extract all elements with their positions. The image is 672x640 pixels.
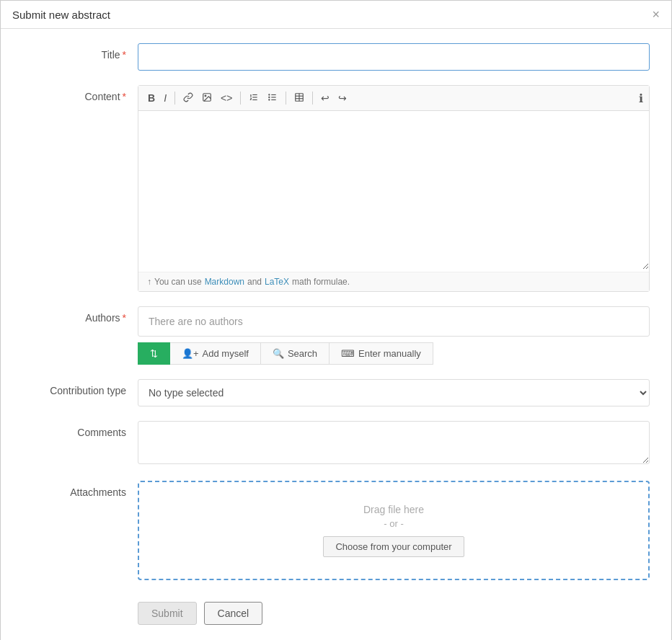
comments-row: Comments: [22, 421, 650, 466]
editor-toolbar: B I <>: [138, 86, 649, 111]
hint-text: You can use: [154, 277, 202, 287]
content-required: *: [123, 91, 126, 102]
title-field-container: [138, 43, 650, 71]
table-button[interactable]: [291, 90, 308, 106]
sort-authors-button[interactable]: ⇅: [138, 342, 170, 365]
markdown-link[interactable]: Markdown: [205, 277, 244, 287]
submit-button[interactable]: Submit: [138, 602, 197, 625]
attachments-label: Attachments: [22, 481, 138, 498]
modal-body: Title* Content* B I: [1, 29, 671, 640]
authors-label: Authors*: [22, 306, 138, 324]
enter-manually-button[interactable]: ⌨ Enter manually: [330, 342, 433, 365]
authors-row: Authors* There are no authors ⇅ 👤+ Add m…: [22, 306, 650, 365]
rich-editor: B I <>: [138, 85, 650, 292]
undo-button[interactable]: ↩: [317, 91, 333, 105]
italic-button[interactable]: I: [160, 91, 170, 105]
attachments-container: Drag file here - or - Choose from your c…: [138, 481, 650, 580]
drag-text: Drag file here: [154, 504, 634, 515]
submit-abstract-modal: Submit new abstract × Title* Content* B …: [0, 0, 672, 640]
contribution-type-label: Contribution type: [22, 379, 138, 396]
keyboard-icon: ⌨: [341, 348, 355, 359]
choose-file-button[interactable]: Choose from your computer: [323, 536, 464, 557]
add-myself-button[interactable]: 👤+ Add myself: [170, 342, 261, 365]
ordered-list-button[interactable]: [245, 90, 262, 106]
image-button[interactable]: [198, 90, 216, 106]
title-row: Title*: [22, 43, 650, 71]
attachments-row: Attachments Drag file here - or - Choose…: [22, 481, 650, 580]
toolbar-separator-3: [286, 92, 286, 105]
unordered-list-button[interactable]: [264, 90, 281, 106]
file-dropzone[interactable]: Drag file here - or - Choose from your c…: [138, 481, 650, 580]
search-icon: 🔍: [273, 348, 284, 359]
toolbar-separator-4: [312, 92, 313, 105]
contribution-type-select[interactable]: No type selected: [138, 379, 650, 406]
sort-icon: ⇅: [150, 348, 158, 359]
link-button[interactable]: [180, 90, 197, 106]
close-button[interactable]: ×: [652, 8, 660, 21]
hint-suffix: math formulae.: [292, 277, 350, 287]
modal-title: Submit new abstract: [12, 9, 110, 21]
add-person-icon: 👤+: [182, 348, 199, 359]
latex-link[interactable]: LaTeX: [265, 277, 289, 287]
title-required: *: [123, 49, 126, 61]
svg-point-8: [269, 94, 270, 95]
toolbar-separator-2: [240, 92, 241, 105]
title-input[interactable]: [138, 43, 650, 71]
search-authors-button[interactable]: 🔍 Search: [261, 342, 330, 365]
comments-label: Comments: [22, 421, 138, 438]
content-editor[interactable]: [138, 111, 649, 270]
redo-button[interactable]: ↪: [335, 91, 350, 105]
modal-header: Submit new abstract ×: [1, 1, 671, 29]
hint-arrow: ↑: [147, 277, 151, 287]
form-actions: Submit Cancel: [22, 595, 650, 625]
svg-point-10: [269, 99, 270, 100]
bold-button[interactable]: B: [144, 91, 159, 105]
code-button[interactable]: <>: [217, 91, 236, 105]
authors-required: *: [123, 312, 126, 324]
cancel-button[interactable]: Cancel: [204, 602, 263, 625]
authors-empty-box: There are no authors: [138, 306, 650, 337]
content-row: Content* B I <>: [22, 85, 650, 292]
toolbar-separator-1: [174, 92, 175, 105]
contribution-type-container: No type selected: [138, 379, 650, 406]
contribution-type-row: Contribution type No type selected: [22, 379, 650, 406]
info-icon: ℹ: [639, 92, 643, 105]
authors-container: There are no authors ⇅ 👤+ Add myself 🔍 S…: [138, 306, 650, 365]
svg-point-9: [269, 97, 270, 97]
title-label: Title*: [22, 43, 138, 61]
content-label: Content*: [22, 85, 138, 102]
comments-textarea[interactable]: [138, 421, 650, 464]
editor-hint: ↑ You can use Markdown and LaTeX math fo…: [138, 272, 649, 291]
comments-container: [138, 421, 650, 466]
authors-actions: ⇅ 👤+ Add myself 🔍 Search ⌨ Enter manuall…: [138, 342, 650, 365]
or-text: - or -: [154, 518, 634, 529]
svg-point-1: [205, 95, 206, 97]
hint-and: and: [247, 277, 262, 287]
editor-container: B I <>: [138, 85, 650, 292]
